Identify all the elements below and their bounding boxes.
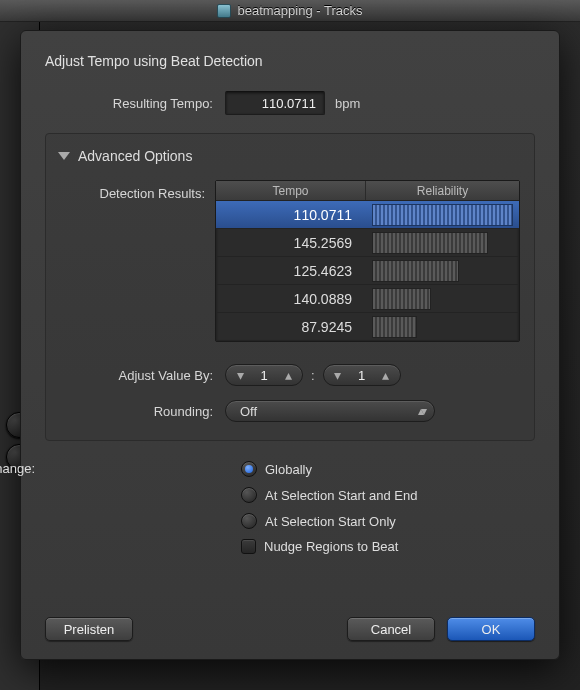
window-title: beatmapping - Tracks [237,3,362,18]
dialog-title: Adjust Tempo using Beat Detection [45,53,535,69]
rounding-select[interactable]: Off ▴▾ [225,400,435,422]
detection-results-label: Detection Results: [60,180,215,342]
advanced-options-group: Advanced Options Detection Results: Temp… [45,133,535,441]
resulting-tempo-label: Resulting Tempo: [45,96,225,111]
radio-icon[interactable] [241,461,257,477]
cell-reliability [366,313,519,340]
adjust-numerator-stepper[interactable]: ▾ 1 ▴ [225,364,303,386]
option-start-only[interactable]: At Selection Start Only [241,513,535,529]
option-label: Nudge Regions to Beat [264,539,398,554]
cancel-button[interactable]: Cancel [347,617,435,641]
prelisten-button[interactable]: Prelisten [45,617,133,641]
cell-reliability [366,201,519,228]
cell-tempo: 145.2569 [216,235,366,251]
ratio-colon: : [311,368,315,383]
table-row[interactable]: 110.0711 [216,201,519,229]
table-row[interactable]: 125.4623 [216,257,519,285]
reliability-bar [372,316,417,338]
reliability-bar [372,288,431,310]
radio-icon[interactable] [241,487,257,503]
table-row[interactable]: 145.2569 [216,229,519,257]
cell-tempo: 110.0711 [216,207,366,223]
updown-chevron-icon: ▴▾ [418,404,424,418]
adjust-numerator-value: 1 [250,368,278,383]
stepper-down-icon[interactable]: ▾ [230,367,250,383]
option-label: Globally [265,462,312,477]
disclosure-triangle-icon[interactable] [58,152,70,160]
ok-button[interactable]: OK [447,617,535,641]
table-header: Tempo Reliability [216,181,519,201]
beat-detection-dialog: Adjust Tempo using Beat Detection Result… [20,30,560,660]
rounding-label: Rounding: [60,404,225,419]
create-tempo-change-label: Create Tempo Change: [0,461,35,476]
column-reliability: Reliability [366,181,519,200]
column-tempo: Tempo [216,181,366,200]
document-icon [217,4,231,18]
stepper-up-icon[interactable]: ▴ [278,367,298,383]
cell-reliability [366,285,519,312]
option-nudge-regions[interactable]: Nudge Regions to Beat [241,539,535,554]
bpm-unit-label: bpm [335,96,360,111]
cell-tempo: 140.0889 [216,291,366,307]
stepper-down-icon[interactable]: ▾ [328,367,348,383]
checkbox-icon[interactable] [241,539,256,554]
option-label: At Selection Start Only [265,514,396,529]
reliability-bar [372,204,513,226]
radio-icon[interactable] [241,513,257,529]
cell-tempo: 87.9245 [216,319,366,335]
rounding-value: Off [240,404,257,419]
detection-results-table[interactable]: Tempo Reliability 110.0711145.2569125.46… [215,180,520,342]
cell-reliability [366,257,519,284]
option-start-and-end[interactable]: At Selection Start and End [241,487,535,503]
table-row[interactable]: 87.9245 [216,313,519,341]
adjust-denominator-stepper[interactable]: ▾ 1 ▴ [323,364,401,386]
table-row[interactable]: 140.0889 [216,285,519,313]
cell-tempo: 125.4623 [216,263,366,279]
reliability-bar [372,260,459,282]
option-label: At Selection Start and End [265,488,417,503]
stepper-up-icon[interactable]: ▴ [376,367,396,383]
adjust-denominator-value: 1 [348,368,376,383]
cell-reliability [366,229,519,256]
window-titlebar: beatmapping - Tracks [0,0,580,22]
option-globally[interactable]: Globally [241,461,535,477]
resulting-tempo-input[interactable] [225,91,325,115]
adjust-value-label: Adjust Value By: [60,368,225,383]
reliability-bar [372,232,488,254]
advanced-options-title: Advanced Options [78,148,192,164]
